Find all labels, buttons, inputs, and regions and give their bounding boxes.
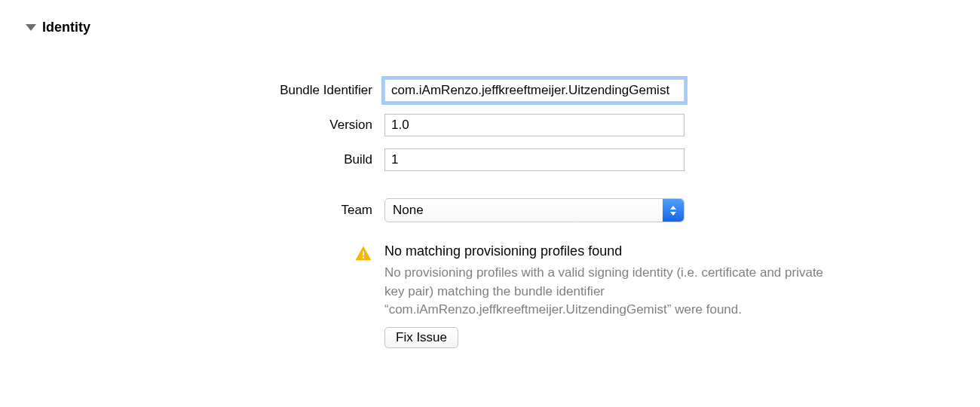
version-input[interactable] — [384, 114, 684, 136]
identity-section-header[interactable]: Identity — [26, 20, 90, 35]
svg-point-1 — [363, 256, 364, 258]
disclosure-triangle-icon[interactable] — [26, 24, 36, 31]
warning-triangle-icon — [354, 245, 372, 263]
warning-description: No provisioning profiles with a valid si… — [384, 264, 837, 320]
fix-issue-button[interactable]: Fix Issue — [384, 327, 458, 348]
version-row: Version — [0, 114, 980, 136]
build-row: Build — [0, 148, 980, 171]
provisioning-warning: No matching provisioning profiles found … — [0, 243, 980, 348]
section-title: Identity — [42, 20, 90, 35]
team-selected-value: None — [393, 203, 424, 218]
build-input[interactable] — [384, 148, 684, 171]
svg-rect-0 — [363, 251, 364, 256]
version-label: Version — [0, 118, 384, 133]
warning-title: No matching provisioning profiles found — [384, 243, 837, 259]
team-label: Team — [0, 203, 384, 218]
bundle-identifier-label: Bundle Identifier — [0, 83, 384, 98]
select-arrows-icon — [663, 199, 684, 222]
bundle-identifier-row: Bundle Identifier — [0, 79, 980, 102]
build-label: Build — [0, 152, 384, 167]
bundle-identifier-input[interactable] — [384, 79, 684, 102]
team-row: Team None — [0, 198, 980, 222]
team-select[interactable]: None — [384, 198, 684, 222]
identity-form: Bundle Identifier Version Build Team Non… — [0, 79, 980, 348]
